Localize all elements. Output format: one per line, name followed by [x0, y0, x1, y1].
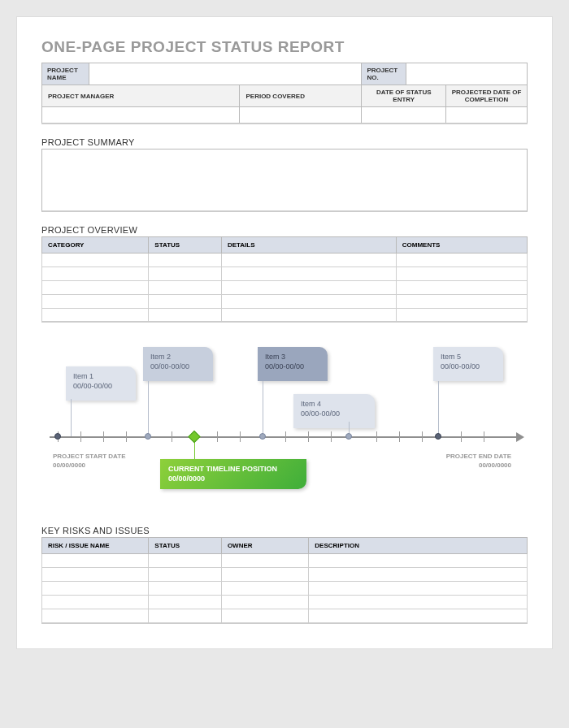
- cell[interactable]: [149, 554, 222, 568]
- cell[interactable]: [42, 582, 149, 596]
- tick: [331, 431, 332, 442]
- cell[interactable]: [42, 266, 149, 280]
- timeline-item-3: Item 3 00/00-00/00: [258, 347, 328, 381]
- cell[interactable]: [221, 596, 308, 609]
- input-project-name[interactable]: [89, 63, 362, 85]
- input-proj-completion[interactable]: [446, 107, 528, 124]
- table-row: [42, 280, 528, 294]
- cell[interactable]: [221, 609, 308, 623]
- label-project-name: PROJECT NAME: [42, 63, 89, 85]
- section-overview-label: PROJECT OVERVIEW: [41, 225, 528, 235]
- cell[interactable]: [221, 294, 396, 308]
- cell[interactable]: [221, 582, 308, 596]
- label-project-manager: PROJECT MANAGER: [42, 85, 240, 107]
- connector: [263, 381, 263, 436]
- tick: [308, 431, 309, 442]
- summary-box[interactable]: [41, 149, 528, 212]
- timeline-item-2: Item 2 00/00-00/00: [143, 347, 213, 381]
- cell[interactable]: [309, 568, 528, 582]
- project-info-table: PROJECT NAME PROJECT NO. PROJECT MANAGER…: [41, 63, 528, 124]
- label-period-covered: PERIOD COVERED: [240, 85, 362, 107]
- current-date: 00/00/0000: [168, 474, 205, 483]
- input-project-no[interactable]: [406, 63, 528, 85]
- cell[interactable]: [149, 294, 222, 308]
- cell[interactable]: [309, 609, 528, 623]
- overview-hdr-details: DETAILS: [221, 236, 396, 253]
- section-risks-label: KEY RISKS AND ISSUES: [41, 526, 528, 535]
- input-date-status[interactable]: [362, 107, 446, 124]
- label-date-status: DATE OF STATUS ENTRY: [362, 85, 446, 107]
- table-row: [42, 253, 528, 266]
- table-row: [42, 554, 528, 568]
- cell[interactable]: [396, 253, 527, 266]
- timeline-item-range: 00/00-00/00: [265, 362, 304, 370]
- timeline-item-5: Item 5 00/00-00/00: [433, 347, 503, 381]
- cell[interactable]: [221, 308, 396, 322]
- risks-hdr-name: RISK / ISSUE NAME: [42, 538, 149, 554]
- cell[interactable]: [221, 253, 396, 266]
- table-row: [42, 582, 528, 596]
- connector: [438, 381, 439, 436]
- label-proj-completion: PROJECTED DATE OF COMPLETION: [446, 85, 528, 107]
- cell[interactable]: [396, 308, 527, 322]
- timeline-item-range: 00/00-00/00: [441, 362, 480, 370]
- timeline-item-name: Item 4: [301, 399, 367, 409]
- cell[interactable]: [149, 253, 222, 266]
- current-position-tag: CURRENT TIMELINE POSITION 00/00/0000: [160, 459, 306, 489]
- cell[interactable]: [42, 554, 149, 568]
- page-title: ONE-PAGE PROJECT STATUS REPORT: [41, 38, 528, 56]
- table-row: [42, 308, 528, 322]
- cell[interactable]: [309, 596, 528, 609]
- cell[interactable]: [149, 609, 222, 623]
- cell[interactable]: [42, 294, 149, 308]
- cell[interactable]: [149, 280, 222, 294]
- tick: [172, 431, 172, 442]
- timeline: Item 1 00/00-00/00 Item 2 00/00-00/00 It…: [41, 340, 528, 503]
- cell[interactable]: [221, 280, 396, 294]
- overview-hdr-comments: COMMENTS: [396, 236, 527, 253]
- risks-hdr-owner: OWNER: [221, 538, 308, 554]
- cell[interactable]: [42, 280, 149, 294]
- tick: [422, 431, 423, 442]
- cell[interactable]: [221, 554, 308, 568]
- timeline-start-label: PROJECT START DATE 00/00/0000: [53, 453, 125, 470]
- timeline-item-1: Item 1 00/00-00/00: [66, 366, 136, 401]
- cell[interactable]: [42, 596, 149, 609]
- table-row: [42, 568, 528, 582]
- tick: [399, 431, 400, 442]
- cell[interactable]: [309, 554, 528, 568]
- cell[interactable]: [149, 596, 222, 609]
- table-row: [42, 596, 528, 609]
- cell[interactable]: [42, 609, 149, 623]
- overview-hdr-category: CATEGORY: [42, 236, 149, 253]
- cell[interactable]: [309, 582, 528, 596]
- risks-table: RISK / ISSUE NAME STATUS OWNER DESCRIPTI…: [41, 537, 528, 624]
- cell[interactable]: [149, 582, 222, 596]
- connector: [71, 399, 72, 436]
- cell[interactable]: [396, 294, 527, 308]
- cell[interactable]: [149, 568, 222, 582]
- cell[interactable]: [149, 266, 222, 280]
- end-date: 00/00/0000: [479, 462, 511, 469]
- tick: [461, 431, 462, 442]
- cell[interactable]: [42, 308, 149, 322]
- input-project-manager[interactable]: [42, 107, 240, 124]
- timeline-item-name: Item 2: [150, 352, 206, 362]
- cell[interactable]: [396, 280, 527, 294]
- cell[interactable]: [396, 266, 527, 280]
- cell[interactable]: [42, 253, 149, 266]
- timeline-item-4: Item 4 00/00-00/00: [293, 394, 375, 428]
- timeline-end-label: PROJECT END DATE 00/00/0000: [446, 453, 511, 470]
- cell[interactable]: [42, 568, 149, 582]
- risks-hdr-status: STATUS: [149, 538, 222, 554]
- table-row: [42, 294, 528, 308]
- timeline-item-name: Item 5: [441, 352, 496, 362]
- current-connector: [194, 441, 195, 461]
- cell[interactable]: [221, 568, 308, 582]
- tick: [80, 431, 81, 442]
- input-period-covered[interactable]: [240, 107, 362, 124]
- cell[interactable]: [149, 308, 222, 322]
- tick: [240, 431, 241, 442]
- cell[interactable]: [221, 266, 396, 280]
- risks-hdr-description: DESCRIPTION: [309, 538, 528, 554]
